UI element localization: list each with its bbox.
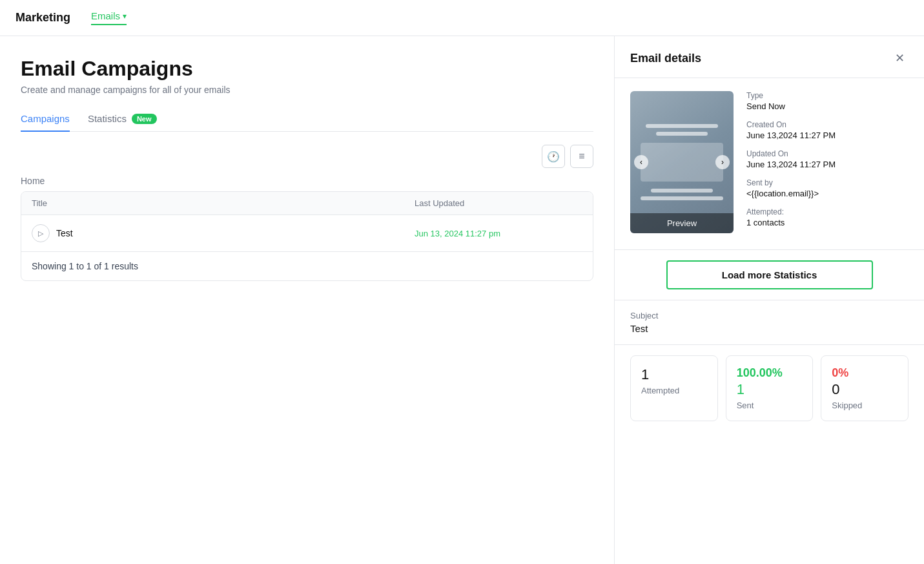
load-more-statistics-button[interactable]: Load more Statistics (666, 260, 873, 289)
meta-attempted: Attempted: 1 contacts (746, 207, 909, 227)
meta-created-on: Created On June 13,2024 11:27 PM (746, 120, 909, 140)
breadcrumb: Home (21, 176, 593, 186)
attempted-number: 1 (641, 366, 707, 383)
stat-card-skipped: 0% 0 Skipped (821, 355, 909, 421)
sent-by-label: Sent by (746, 178, 909, 187)
close-button[interactable]: ✕ (890, 49, 909, 67)
page-title: Email Campaigns (21, 57, 593, 81)
meta-fields: Type Send Now Created On June 13,2024 11… (746, 91, 909, 236)
campaign-name: Test (56, 228, 73, 238)
nav-emails[interactable]: Emails ▾ (91, 10, 127, 25)
type-label: Type (746, 91, 909, 100)
stat-card-sent: 100.00% 1 Sent (726, 355, 814, 421)
subject-label: Subject (630, 311, 909, 320)
stats-section: 1 Attempted 100.00% 1 Sent 0% 0 Skipped (615, 345, 924, 432)
page-subtitle: Create and manage campaigns for all of y… (21, 85, 593, 95)
col-actions (557, 198, 582, 208)
row-date: Jun 13, 2024 11:27 pm (415, 229, 557, 238)
stat-card-attempted: 1 Attempted (630, 355, 718, 421)
skipped-stat-label: Skipped (832, 401, 898, 410)
type-value: Send Now (746, 101, 909, 111)
preview-line-1 (646, 124, 718, 128)
col-title: Title (32, 198, 415, 208)
list-view-button[interactable]: ≡ (570, 145, 593, 168)
toolbar: 🕐 ≡ (21, 145, 593, 168)
skipped-number: 0 (832, 381, 898, 398)
tab-campaigns-label: Campaigns (21, 113, 70, 124)
campaigns-table: Title Last Updated ▷ Test Jun 13, 2024 1… (21, 191, 593, 281)
attempted-stat-label: Attempted (641, 386, 707, 395)
chevron-down-icon: ▾ (123, 12, 127, 21)
history-button[interactable]: 🕐 (542, 145, 565, 168)
nav-emails-label: Emails (91, 10, 120, 21)
sent-percentage: 100.00% (737, 366, 803, 380)
sent-stat-label: Sent (737, 401, 803, 410)
skipped-percentage: 0% (832, 366, 898, 380)
load-more-section: Load more Statistics (615, 250, 924, 300)
tab-statistics-label: Statistics (88, 113, 127, 124)
next-arrow[interactable]: › (715, 155, 730, 169)
preview-label: Preview (630, 213, 734, 233)
updated-on-value: June 13,2024 11:27 PM (746, 160, 909, 169)
sent-number: 1 (737, 381, 803, 398)
created-on-label: Created On (746, 120, 909, 129)
meta-updated-on: Updated On June 13,2024 11:27 PM (746, 149, 909, 169)
row-title-cell: ▷ Test (32, 224, 415, 242)
preview-line-3 (651, 189, 713, 193)
main-layout: Email Campaigns Create and manage campai… (0, 36, 924, 564)
tab-campaigns[interactable]: Campaigns (21, 113, 70, 132)
preview-meta-section: ‹ › Preview Type Send Now Created On Jun… (615, 78, 924, 250)
tab-statistics[interactable]: Statistics New (88, 113, 157, 132)
prev-arrow[interactable]: ‹ (634, 155, 648, 169)
top-nav: Marketing Emails ▾ (0, 0, 924, 36)
attempted-value: 1 contacts (746, 218, 909, 227)
preview-line-2 (656, 132, 708, 136)
attempted-label: Attempted: (746, 207, 909, 216)
panel-title: Email details (630, 52, 701, 65)
email-details-panel: Email details ✕ ‹ › Preview (614, 36, 924, 564)
meta-sent-by: Sent by <{{location.email}}> (746, 178, 909, 198)
tabs-bar: Campaigns Statistics New (21, 113, 593, 132)
results-count: Showing 1 to 1 of 1 results (21, 252, 593, 280)
col-last-updated: Last Updated (415, 198, 557, 208)
created-on-value: June 13,2024 11:27 PM (746, 131, 909, 140)
brand-title: Marketing (15, 11, 70, 25)
left-panel: Email Campaigns Create and manage campai… (0, 36, 614, 564)
preview-line-4 (641, 196, 723, 200)
sent-by-value: <{{location.email}}> (746, 189, 909, 198)
new-badge: New (132, 114, 157, 124)
table-row[interactable]: ▷ Test Jun 13, 2024 11:27 pm (21, 215, 593, 252)
preview-arrows: ‹ › (630, 155, 734, 169)
updated-on-label: Updated On (746, 149, 909, 158)
play-icon: ▷ (32, 224, 50, 242)
subject-value: Test (630, 323, 909, 334)
panel-header: Email details ✕ (615, 36, 924, 78)
subject-section: Subject Test (615, 300, 924, 345)
meta-type: Type Send Now (746, 91, 909, 111)
table-header: Title Last Updated (21, 192, 593, 215)
email-preview-image: ‹ › Preview (630, 91, 734, 233)
